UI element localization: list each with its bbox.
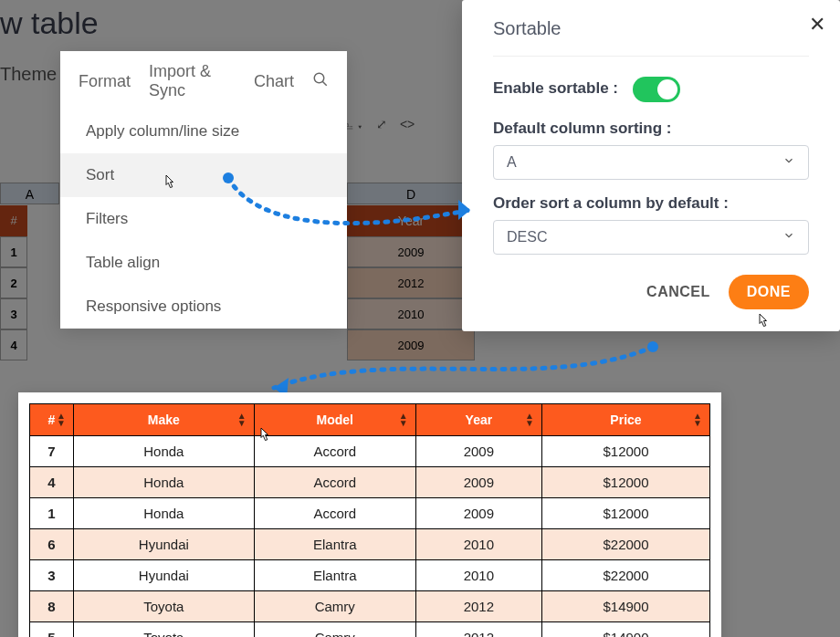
modal-title: Sortable <box>493 18 809 57</box>
grid-col-a[interactable]: A <box>0 183 59 204</box>
chevron-down-icon <box>782 154 795 171</box>
table-row: 4HondaAccord2009$12000 <box>30 467 710 498</box>
cell-num: 4 <box>30 467 74 498</box>
cell-year: 2010 <box>415 529 541 560</box>
chevron-down-icon <box>782 229 795 245</box>
grid-rownum: 3 <box>0 298 27 329</box>
cell-model: Camry <box>254 622 415 638</box>
menu-item-responsive[interactable]: Responsive options <box>60 285 347 329</box>
menu-tab-format[interactable]: Format <box>79 72 131 91</box>
cell-year: 2009 <box>415 436 541 467</box>
code-icon[interactable]: <> <box>400 117 415 131</box>
grid-cell[interactable]: 2012 <box>347 267 475 298</box>
cell-num: 8 <box>30 591 74 622</box>
sort-icon: ▲▼ <box>525 412 534 427</box>
cell-num: 7 <box>30 436 74 467</box>
table-row: 3HyundaiElantra2010$22000 <box>30 560 710 591</box>
svg-line-1 <box>322 81 327 86</box>
order-sort-label: Order sort a column by default : <box>493 194 729 213</box>
default-column-value: A <box>507 154 517 171</box>
grid-rownum: 1 <box>0 236 27 267</box>
cell-model: Accord <box>254 498 415 529</box>
page-title: w table <box>0 5 99 41</box>
menu-tab-import[interactable]: Import & Sync <box>149 62 236 100</box>
sort-icon: ▲▼ <box>399 412 408 427</box>
grid-hash-header: # <box>0 205 27 236</box>
sortable-modal: ✕ Sortable Enable sortable : Default col… <box>462 0 840 331</box>
cell-make: Hyundai <box>74 529 255 560</box>
sort-icon: ▲▼ <box>693 412 702 427</box>
grid-rownum: 4 <box>0 329 27 360</box>
th-make[interactable]: Make▲▼ <box>74 404 255 436</box>
cell-make: Toyota <box>74 591 255 622</box>
cell-year: 2010 <box>415 560 541 591</box>
default-column-select[interactable]: A <box>493 145 809 180</box>
cell-num: 5 <box>30 622 74 638</box>
toolbar: ⎁ ▾ ⤢ <> <box>345 117 415 131</box>
cell-model: Elantra <box>254 560 415 591</box>
cancel-button[interactable]: CANCEL <box>637 277 719 308</box>
sort-icon: ▲▼ <box>237 412 247 427</box>
grid-col-d[interactable]: D <box>347 183 475 204</box>
cell-price: $14900 <box>541 622 709 638</box>
table-row: 7HondaAccord2009$12000 <box>30 436 710 467</box>
cell-make: Hyundai <box>74 560 255 591</box>
menu-item-sort[interactable]: Sort <box>60 153 347 197</box>
th-num[interactable]: #▲▼ <box>30 404 74 436</box>
grid-cell[interactable]: 2009 <box>347 329 475 360</box>
cell-price: $12000 <box>541 467 709 498</box>
cell-model: Accord <box>254 436 415 467</box>
cell-num: 3 <box>30 560 74 591</box>
table-row: 1HondaAccord2009$12000 <box>30 498 710 529</box>
default-column-label: Default column sorting : <box>493 120 672 138</box>
menu-item-filters[interactable]: Filters <box>60 197 347 241</box>
cell-model: Accord <box>254 467 415 498</box>
menu-item-table-align[interactable]: Table align <box>60 241 347 285</box>
cell-model: Camry <box>254 591 415 622</box>
cell-num: 1 <box>30 498 74 529</box>
expand-icon[interactable]: ⤢ <box>376 117 387 131</box>
cell-make: Toyota <box>74 622 255 638</box>
table-row: 8ToyotaCamry2012$14900 <box>30 591 710 622</box>
sorted-result-table: #▲▼ Make▲▼ Model▲▼ Year▲▼ Price▲▼ 7Honda… <box>18 392 721 637</box>
underline-icon[interactable]: ⎁ ▾ <box>345 117 363 131</box>
cell-make: Honda <box>74 436 255 467</box>
search-icon[interactable] <box>312 71 329 92</box>
cell-make: Honda <box>74 498 255 529</box>
cell-year: 2012 <box>415 622 541 638</box>
cell-price: $22000 <box>541 529 709 560</box>
cell-num: 6 <box>30 529 74 560</box>
cell-price: $12000 <box>541 436 709 467</box>
cell-year: 2012 <box>415 591 541 622</box>
order-sort-value: DESC <box>507 229 547 245</box>
grid-cell[interactable]: 2009 <box>347 236 475 267</box>
format-menu: Format Import & Sync Chart Apply column/… <box>60 51 347 329</box>
grid-year-header: Year <box>347 205 475 236</box>
order-sort-select[interactable]: DESC <box>493 220 809 255</box>
th-model[interactable]: Model▲▼ <box>254 404 415 436</box>
top-tab-theme[interactable]: Theme <box>0 64 57 85</box>
cell-price: $22000 <box>541 560 709 591</box>
cell-price: $12000 <box>541 498 709 529</box>
grid-rownum: 2 <box>0 267 27 298</box>
svg-point-0 <box>314 73 324 83</box>
th-year[interactable]: Year▲▼ <box>415 404 541 436</box>
cell-year: 2009 <box>415 467 541 498</box>
cell-make: Honda <box>74 467 255 498</box>
grid-cell[interactable]: 2010 <box>347 298 475 329</box>
done-button[interactable]: DONE <box>729 275 809 309</box>
th-price[interactable]: Price▲▼ <box>541 404 709 436</box>
close-icon[interactable]: ✕ <box>809 13 825 37</box>
enable-sortable-toggle[interactable] <box>633 77 680 102</box>
menu-item-apply-size[interactable]: Apply column/line size <box>60 110 347 153</box>
menu-tab-chart[interactable]: Chart <box>254 72 294 91</box>
table-row: 5ToyotaCamry2012$14900 <box>30 622 710 638</box>
sort-icon: ▲▼ <box>57 412 66 427</box>
cell-model: Elantra <box>254 529 415 560</box>
enable-sortable-label: Enable sortable : <box>493 79 618 98</box>
table-row: 6HyundaiElantra2010$22000 <box>30 529 710 560</box>
cell-price: $14900 <box>541 591 709 622</box>
cell-year: 2009 <box>415 498 541 529</box>
